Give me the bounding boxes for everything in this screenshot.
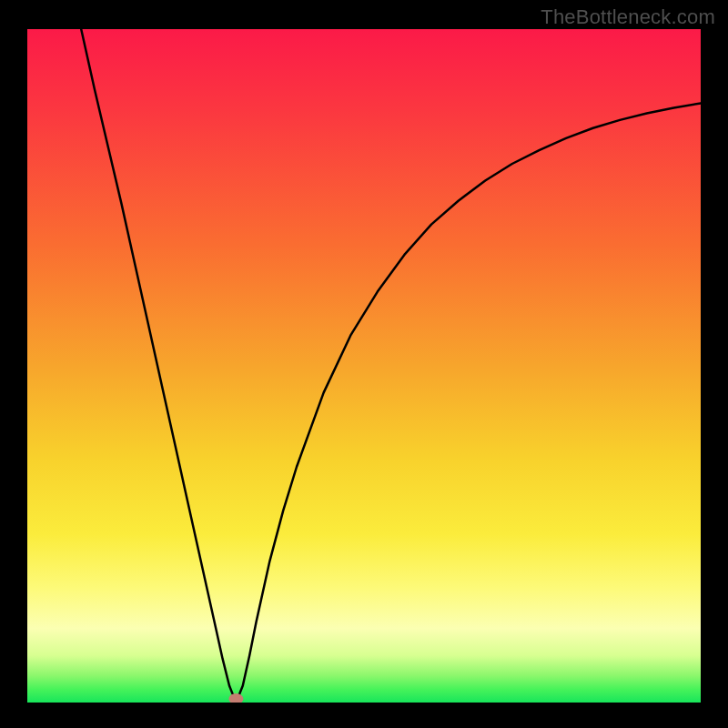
chart-plot-area bbox=[27, 29, 701, 703]
chart-frame bbox=[0, 0, 728, 728]
watermark-label: TheBottleneck.com bbox=[541, 5, 715, 29]
bottleneck-curve bbox=[81, 29, 701, 703]
chart-svg bbox=[27, 29, 701, 703]
minimum-marker bbox=[228, 693, 243, 703]
